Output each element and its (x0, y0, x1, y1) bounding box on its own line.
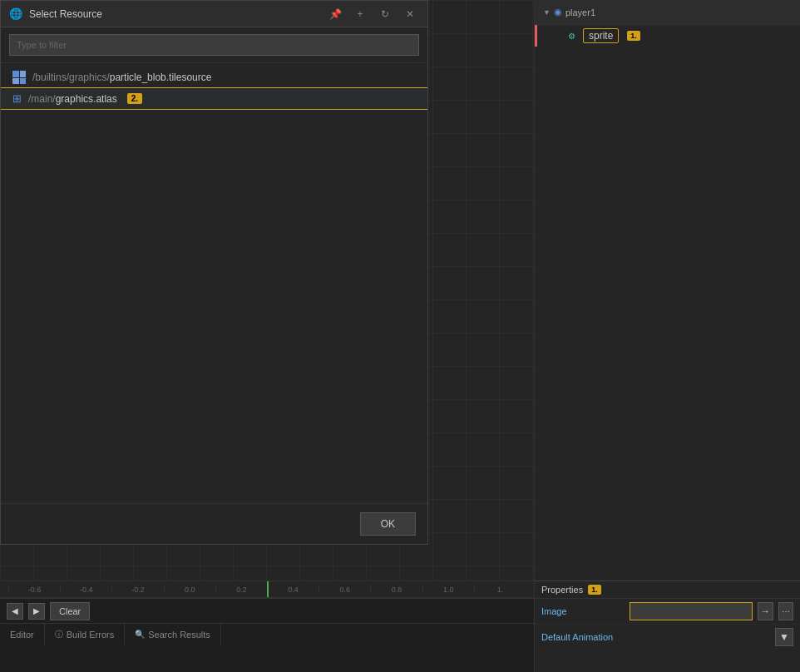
next-btn[interactable]: ▶ (28, 603, 45, 620)
timeline-area: -0.6 -0.4 -0.2 0.0 0.2 0.4 0.6 0.8 1.0 1… (0, 581, 534, 672)
select-resource-dialog: 🌐 Select Resource 📌 + ↻ ✕ /builtin (0, 0, 428, 545)
ruler-mark-1e: 1. (474, 586, 526, 593)
ruler-mark-02: 0.2 (215, 586, 267, 593)
right-panel: ▼ ◉ player1 ⚙ sprite 1. (534, 0, 800, 672)
ruler-mark-1: 1.0 (422, 586, 474, 593)
resource-list: /builtins/graphics/particle_blob.tilesou… (1, 63, 427, 503)
modal-refresh-btn[interactable]: ↻ (376, 5, 394, 23)
item2-annotation: 2. (127, 93, 142, 104)
tilesource-icon (12, 71, 26, 84)
ok-button[interactable]: OK (360, 512, 416, 536)
sprite-node-icon: ⚙ (565, 29, 578, 42)
timeline-tabs: Editor ⓘ Build Errors 🔍 Search Results (0, 623, 534, 645)
image-arrow-btn[interactable]: → (758, 602, 773, 620)
tab-search-results[interactable]: 🔍 Search Results (125, 624, 221, 645)
ruler-mark-04: 0.4 (267, 586, 319, 593)
default-animation-label: Default Animation (541, 632, 770, 642)
sprite-label: sprite (589, 30, 613, 42)
timeline-playhead[interactable] (267, 581, 269, 597)
modal-header: 🌐 Select Resource 📌 + ↻ ✕ (1, 1, 427, 27)
properties-panel: Properties 1. Image → ⋯ Default Animatio… (534, 581, 800, 672)
sprite-annotation-badge: 1. (627, 31, 640, 41)
image-property-row: Image → ⋯ (535, 599, 800, 625)
modal-pin-btn[interactable]: 📌 (326, 5, 344, 23)
modal-close-btn[interactable]: ✕ (401, 5, 419, 23)
prev-btn[interactable]: ◀ (7, 603, 23, 620)
player-icon: ◉ (554, 7, 562, 17)
atlas-icon: ⊞ (12, 92, 22, 105)
properties-title: Properties (541, 585, 583, 595)
modal-add-btn[interactable]: + (351, 5, 369, 23)
default-animation-dropdown[interactable]: ▼ (775, 628, 793, 646)
search-icon: 🔍 (135, 630, 145, 639)
timeline-controls-bar: ◀ ▶ Clear (0, 598, 534, 623)
image-label: Image (541, 606, 625, 616)
scene-tree-header: ▼ ◉ player1 (535, 0, 800, 25)
tab-editor[interactable]: Editor (0, 624, 45, 645)
modal-overlay: 🌐 Select Resource 📌 + ↻ ✕ /builtin (0, 0, 532, 541)
ruler-mark-08: 0.8 (370, 586, 422, 593)
list-item-atlas[interactable]: ⊞ /main/graphics.atlas 2. (1, 88, 427, 109)
ruler-mark-neg04: -0.4 (60, 586, 111, 593)
player-node[interactable]: ▼ ◉ player1 (543, 7, 595, 17)
item2-path: /main/graphics.atlas (28, 93, 117, 105)
modal-title-icon: 🌐 (9, 7, 22, 20)
tab-editor-label: Editor (10, 630, 34, 640)
clear-btn[interactable]: Clear (50, 602, 90, 620)
properties-annotation: 1. (588, 585, 601, 595)
modal-filter-area (1, 27, 427, 63)
ruler-mark-06: 0.6 (319, 586, 370, 593)
ruler-mark-neg02: -0.2 (111, 586, 163, 593)
player-label: player1 (565, 7, 595, 17)
default-animation-row: Default Animation ▼ (535, 625, 800, 650)
filter-input[interactable] (9, 34, 419, 56)
list-item-tilesource[interactable]: /builtins/graphics/particle_blob.tilesou… (1, 67, 427, 88)
selection-accent (535, 25, 537, 47)
build-errors-icon: ⓘ (55, 629, 63, 640)
timeline-ruler: -0.6 -0.4 -0.2 0.0 0.2 0.4 0.6 0.8 1.0 1… (0, 581, 534, 598)
modal-title: Select Resource (29, 8, 319, 20)
ruler-mark-0: 0.0 (164, 586, 215, 593)
sprite-node[interactable]: ⚙ sprite 1. (535, 25, 800, 47)
tab-build-errors[interactable]: ⓘ Build Errors (45, 624, 125, 645)
tab-build-errors-label: Build Errors (67, 630, 114, 640)
collapse-icon: ▼ (543, 8, 551, 17)
modal-footer: OK (1, 503, 427, 544)
image-input[interactable] (630, 602, 753, 620)
properties-header: Properties 1. (535, 581, 800, 599)
tab-search-results-label: Search Results (148, 630, 210, 640)
image-more-btn[interactable]: ⋯ (778, 602, 794, 620)
ruler-mark-neg06: -0.6 (8, 586, 60, 593)
item1-path: /builtins/graphics/particle_blob.tilesou… (32, 72, 211, 83)
